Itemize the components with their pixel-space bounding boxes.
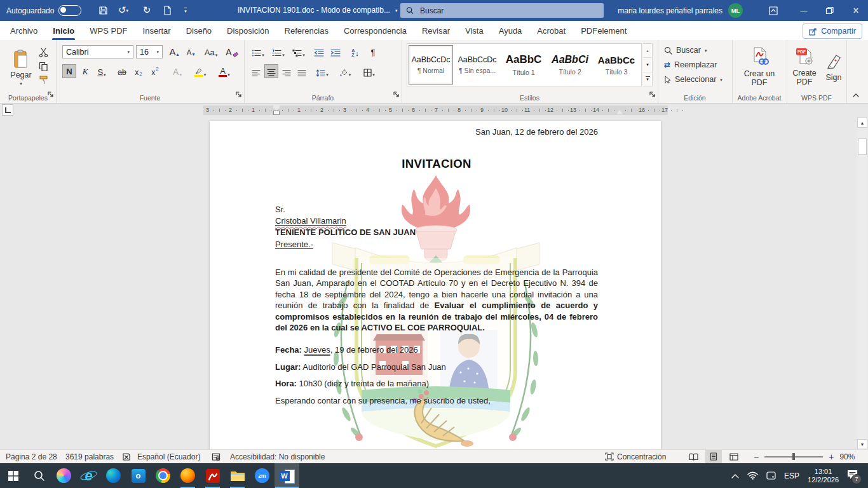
scroll-down-button[interactable]: ▼ (857, 439, 867, 449)
tab-ayuda[interactable]: Ayuda (491, 21, 530, 40)
style-no-spacing[interactable]: AaBbCcDc ¶ Sin espa... (455, 45, 499, 85)
font-dialog-launcher[interactable] (236, 89, 242, 100)
superscript-button[interactable]: x2 (147, 64, 163, 78)
chevron-down-icon[interactable]: ▾ (395, 8, 398, 13)
focus-mode-button[interactable]: Concentración (605, 450, 666, 463)
tab-pdfelement[interactable]: PDFelement (573, 21, 634, 40)
style-heading2[interactable]: AaBbCi Título 2 (548, 45, 592, 85)
taskbar-copilot[interactable] (51, 463, 76, 488)
tab-vista[interactable]: Vista (458, 21, 491, 40)
tab-inicio[interactable]: Inicio (45, 21, 82, 40)
wifi-icon[interactable] (747, 471, 758, 480)
zoom-percentage[interactable]: 90% (839, 452, 855, 461)
new-document-button[interactable] (159, 4, 175, 17)
align-right-button[interactable] (280, 64, 294, 78)
clear-formatting-button[interactable]: A (224, 44, 240, 58)
taskbar-acrobat[interactable] (200, 463, 225, 488)
horizontal-ruler[interactable]: 32112345678910111213141617 (203, 105, 668, 115)
web-layout-button[interactable] (726, 450, 742, 463)
search-input[interactable] (419, 6, 598, 16)
taskbar-chrome[interactable] (151, 463, 175, 488)
tray-chevron-up-icon[interactable] (731, 473, 739, 478)
accessibility-status[interactable]: Accesibilidad: No disponible (230, 450, 325, 463)
word-count[interactable]: 3619 palabras (65, 450, 114, 463)
taskbar-word[interactable]: W (275, 463, 299, 488)
share-button[interactable]: Compartir (803, 24, 862, 39)
cut-button[interactable] (37, 46, 50, 58)
taskbar-firefox[interactable] (175, 463, 200, 488)
grow-font-button[interactable]: A▴ (166, 44, 182, 58)
style-normal[interactable]: AaBbCcDc ¶ Normal (409, 45, 453, 85)
highlight-button[interactable]: ▾ (189, 64, 211, 78)
replace-button[interactable]: ⇄ Reemplazar (664, 60, 717, 69)
style-heading3[interactable]: AaBbCc Título 3 (594, 45, 639, 85)
font-size-select[interactable]: 16▾ (136, 45, 163, 58)
font-color-button[interactable]: A ▾ (214, 64, 235, 78)
borders-button[interactable]: ▾ (358, 64, 380, 78)
autosave-toggle[interactable] (58, 5, 81, 16)
undo-button[interactable]: ↺▾ (116, 4, 131, 17)
taskbar-zoom[interactable]: zm (250, 463, 275, 488)
taskbar-search[interactable] (27, 463, 51, 488)
create-pdf-acrobat-button[interactable]: Crear un PDF (732, 44, 787, 90)
tab-referencias[interactable]: Referencias (277, 21, 336, 40)
right-indent-marker[interactable] (616, 110, 623, 114)
taskbar-outlook[interactable]: o (126, 463, 151, 488)
start-button[interactable] (0, 463, 27, 488)
save-button[interactable] (95, 4, 111, 17)
editor-button[interactable] (212, 450, 220, 463)
line-spacing-button[interactable]: ▾ (313, 64, 332, 78)
multilevel-list-button[interactable]: ▾ (290, 44, 308, 58)
change-case-button[interactable]: Aa▾ (201, 44, 221, 58)
autosave-control[interactable]: Autoguardado (6, 5, 81, 16)
notification-center-button[interactable]: 7 (847, 470, 858, 482)
tab-stop-selector[interactable] (2, 104, 13, 116)
vertical-scrollbar[interactable]: ▲ ▼ (857, 118, 867, 449)
numbering-button[interactable]: ▾ (269, 44, 287, 58)
language-indicator[interactable]: ESP (784, 471, 799, 480)
increase-indent-button[interactable] (328, 44, 343, 58)
taskbar-edge[interactable] (101, 463, 126, 488)
styles-scroll-down-button[interactable]: ▾ (643, 57, 652, 71)
clipboard-dialog-launcher[interactable] (48, 89, 54, 100)
restore-button[interactable] (818, 0, 840, 21)
page-indicator[interactable]: Página 2 de 28 (6, 450, 57, 463)
bold-button[interactable]: N (62, 64, 76, 78)
language-status[interactable]: Español (Ecuador) (137, 450, 200, 463)
account-name[interactable]: maria lourdes peñafiel parrales (618, 6, 722, 15)
tab-insertar[interactable]: Insertar (135, 21, 179, 40)
taskbar-file-explorer[interactable] (225, 463, 250, 488)
ribbon-display-options-button[interactable] (763, 0, 784, 21)
tab-disposicion[interactable]: Disposición (219, 21, 276, 40)
format-painter-button[interactable] (37, 74, 50, 86)
tab-wps-pdf[interactable]: WPS PDF (82, 21, 135, 40)
read-mode-button[interactable] (685, 450, 702, 463)
shading-button[interactable]: ▾ (336, 64, 355, 78)
italic-button[interactable]: K (79, 64, 92, 78)
zoom-slider[interactable] (764, 456, 823, 458)
tab-archivo[interactable]: Archivo (3, 21, 45, 40)
tab-correspondencia[interactable]: Correspondencia (336, 21, 414, 40)
text-effects-button[interactable]: A▾ (168, 64, 187, 78)
minimize-button[interactable] (793, 0, 815, 21)
align-center-button[interactable] (264, 64, 278, 78)
decrease-indent-button[interactable] (311, 44, 327, 58)
justify-button[interactable] (295, 64, 309, 78)
proofing-status-button[interactable] (122, 450, 131, 463)
avatar[interactable]: ML (728, 3, 743, 18)
bullets-button[interactable]: ▾ (249, 44, 267, 58)
paragraph-dialog-launcher[interactable] (393, 89, 400, 100)
tab-acrobat[interactable]: Acrobat (529, 21, 573, 40)
styles-scroll-up-button[interactable]: ▴ (643, 44, 652, 57)
document-page[interactable]: 7 (210, 121, 661, 449)
subscript-button[interactable]: x2 (131, 64, 146, 78)
wps-create-pdf-button[interactable]: PDF Create PDF (788, 44, 821, 90)
first-line-indent-marker[interactable] (273, 105, 280, 111)
tablet-mode-icon[interactable] (766, 471, 776, 480)
left-indent-marker[interactable] (274, 111, 279, 114)
strikethrough-button[interactable]: ab (114, 64, 130, 78)
font-family-select[interactable]: Calibri▾ (62, 45, 133, 58)
styles-dialog-launcher[interactable] (649, 89, 656, 100)
show-marks-button[interactable]: ¶ (366, 44, 380, 58)
scroll-up-button[interactable]: ▲ (857, 118, 867, 128)
